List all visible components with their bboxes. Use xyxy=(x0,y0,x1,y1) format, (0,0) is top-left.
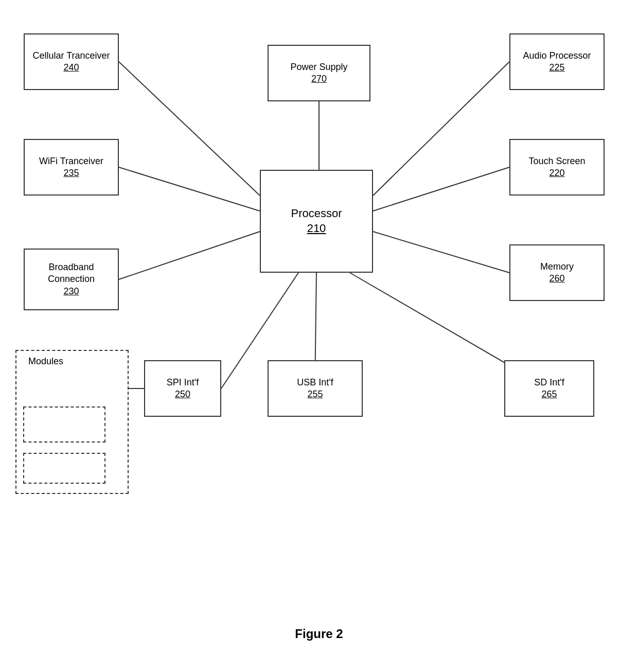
modules-inner-box-2 xyxy=(23,453,105,484)
svg-line-5 xyxy=(373,167,509,211)
modules-inner-box-1 xyxy=(23,406,105,443)
svg-line-1 xyxy=(119,62,260,196)
sd-label: SD Int'f xyxy=(534,377,564,388)
svg-line-6 xyxy=(373,232,509,273)
modules-label: Modules xyxy=(28,356,63,367)
wifi-node: WiFi Tranceiver 235 xyxy=(24,139,119,196)
memory-number: 260 xyxy=(549,273,564,285)
audio-number: 225 xyxy=(549,62,564,74)
audio-label: Audio Processor xyxy=(523,50,591,62)
sd-number: 265 xyxy=(541,388,557,400)
broadband-number: 230 xyxy=(63,286,79,297)
processor-node: Processor 210 xyxy=(260,170,373,273)
svg-line-2 xyxy=(119,167,260,211)
processor-label: Processor xyxy=(291,206,342,221)
spi-label: SPI Int'f xyxy=(167,377,199,388)
memory-label: Memory xyxy=(540,261,574,273)
cellular-number: 240 xyxy=(63,62,79,74)
power-supply-number: 270 xyxy=(311,73,327,85)
power-supply-node: Power Supply 270 xyxy=(268,45,370,101)
touchscreen-number: 220 xyxy=(549,167,564,179)
spi-node: SPI Int'f 250 xyxy=(144,360,221,417)
wifi-number: 235 xyxy=(63,167,79,179)
svg-line-3 xyxy=(119,232,260,279)
broadband-node: Broadband Connection 230 xyxy=(24,249,119,310)
processor-number: 210 xyxy=(307,221,326,236)
sd-node: SD Int'f 265 xyxy=(504,360,594,417)
audio-node: Audio Processor 225 xyxy=(509,33,605,90)
usb-label: USB Int'f xyxy=(297,377,333,388)
touchscreen-label: Touch Screen xyxy=(528,155,585,167)
broadband-label: Broadband Connection xyxy=(25,261,118,286)
wifi-label: WiFi Tranceiver xyxy=(39,155,103,167)
figure-caption: Figure 2 xyxy=(295,627,343,641)
memory-node: Memory 260 xyxy=(509,244,605,301)
usb-node: USB Int'f 255 xyxy=(268,360,363,417)
touchscreen-node: Touch Screen 220 xyxy=(509,139,605,196)
diagram-container: Processor 210 Power Supply 270 Cellular … xyxy=(0,0,638,672)
svg-line-4 xyxy=(373,62,509,196)
cellular-label: Cellular Tranceiver xyxy=(32,50,110,62)
spi-number: 250 xyxy=(175,388,190,400)
cellular-node: Cellular Tranceiver 240 xyxy=(24,33,119,90)
power-supply-label: Power Supply xyxy=(290,61,347,73)
usb-number: 255 xyxy=(307,388,323,400)
